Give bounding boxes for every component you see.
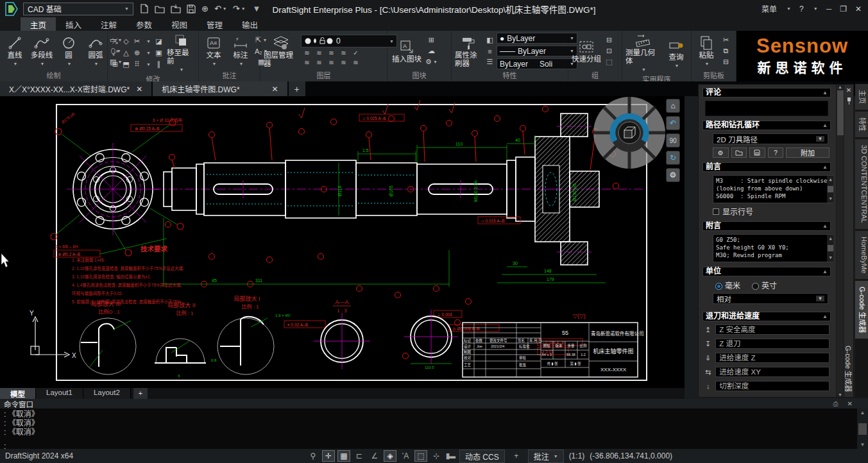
layer-off-button[interactable]: ≋ [304, 49, 309, 56]
scroll-up-icon[interactable]: ▲ [829, 176, 831, 183]
postamble-scrollbar[interactable]: ▲▼ [827, 235, 833, 262]
redo-button[interactable]: ↷▼ [233, 4, 246, 13]
help-button[interactable]: ? [799, 4, 804, 13]
open-file-button[interactable] [155, 4, 165, 13]
maximize-button[interactable]: ❐ [840, 4, 847, 13]
scroll-up-icon[interactable]: ▲ [838, 85, 842, 89]
print-preview-toggle[interactable]: ▮ [441, 450, 454, 462]
color-select[interactable]: ●ByLayer▼ [497, 33, 577, 44]
add-workspace-icon[interactable]: + [510, 450, 523, 462]
etrack-toggle[interactable]: 'A [399, 450, 412, 462]
drawing-canvas[interactable]: Ø178 js6 6 × Ø 33 孔均布 ⊕ Ø0.15 A–B 6 × M6… [0, 96, 685, 388]
comments-section-header[interactable]: 评论▲ [702, 88, 831, 97]
path-section-header[interactable]: 路径和钻孔循环▲ [702, 121, 831, 130]
selection-filter-toggle[interactable]: ⚲ [307, 450, 319, 462]
collapse-icon[interactable]: ▲ [822, 222, 828, 230]
scroll-thumb[interactable] [837, 90, 844, 135]
scale-button[interactable]: ⤢ [112, 49, 118, 57]
property-painter-button[interactable]: 属性涂刷器 [454, 35, 483, 68]
preamble-textarea[interactable]: M3 : Start spindle clockwise (looking fr… [713, 175, 833, 203]
erase-button[interactable]: ◪ [155, 37, 162, 46]
command-copy-icon[interactable]: ⎙ [833, 400, 838, 408]
ccs-toggle[interactable]: ⊹ [430, 450, 443, 462]
orbit-button[interactable]: ↻ [666, 151, 680, 165]
scroll-thumb[interactable] [828, 186, 833, 192]
copy-button[interactable]: ◇ [123, 37, 128, 46]
rotate-button[interactable]: ⊕ [134, 49, 140, 57]
feed-rate-z-input[interactable]: 进给速度 Z [715, 353, 830, 363]
save-as-button[interactable] [171, 4, 181, 13]
z-safe-height-input[interactable]: Z 安全高度 [715, 324, 830, 335]
publish-button[interactable]: ⊕ [201, 4, 208, 13]
lineweight-icon[interactable]: ☰ [484, 57, 495, 67]
collapse-icon[interactable]: ▲ [822, 88, 828, 97]
scroll-up-icon[interactable]: ▲ [860, 410, 865, 416]
grid-toggle[interactable]: ▦ [337, 450, 350, 462]
cloud-block-button[interactable]: ☁ [425, 46, 438, 56]
undo-view-button[interactable]: ↶ [666, 116, 680, 130]
ungroup-button[interactable]: ⊟ [604, 35, 615, 46]
copy-with-base-button[interactable]: ⊟ [720, 57, 731, 67]
postamble-textarea[interactable]: G0 Z50; Safe height G0 X0 Y0; M30; Rewin… [713, 234, 833, 262]
layer-lock-button[interactable]: ≋ [341, 49, 346, 56]
path-open-button[interactable] [731, 147, 747, 158]
scroll-down-icon[interactable]: ▼ [829, 195, 831, 203]
units-section-header[interactable]: 单位▲ [702, 267, 831, 276]
sheet-tab-layout2[interactable]: Layout2 [83, 388, 131, 399]
linetype-select[interactable]: ——ByLayer▼ [497, 46, 577, 56]
pattern-button[interactable]: ⠿ [134, 60, 139, 69]
linestyle-select[interactable]: ByLayerSoli▼ [497, 58, 577, 69]
z-retract-input[interactable]: Z 退刀 [715, 339, 830, 349]
color-swatch-icon[interactable]: ◧ [484, 35, 495, 46]
postamble-section-header[interactable]: 附言▲ [702, 221, 831, 231]
path-help-button[interactable]: ? [768, 147, 784, 158]
layer-manager-button[interactable]: 图层管理器 [262, 35, 300, 68]
layer-match-button[interactable]: ≋ [353, 59, 358, 66]
units-mode-select[interactable]: 相对▼ [713, 293, 828, 304]
move-button[interactable]: ⤯ [112, 37, 118, 46]
toolpath-select[interactable]: 2D 刀具路径▼ [713, 133, 828, 144]
tab-view[interactable]: 视图 [162, 17, 197, 31]
scroll-down-icon[interactable]: ▼ [829, 254, 831, 262]
linetype-icon[interactable]: ≡ [484, 46, 495, 56]
close-icon[interactable]: ✕ [272, 85, 278, 94]
tab-insert[interactable]: 插入 [56, 17, 91, 31]
explode-button[interactable]: ⊞ [112, 60, 118, 69]
tab-output[interactable]: 输出 [232, 17, 268, 31]
snap-toggle[interactable]: ✛ [322, 450, 335, 462]
dock-tab-home[interactable]: 主页 [855, 84, 868, 110]
layer-unlock-button[interactable]: ≋ [341, 59, 346, 66]
customize-qat-button[interactable]: ▼ [253, 4, 261, 13]
mirror-button[interactable]: △ [123, 49, 128, 57]
dynamic-ccs-button[interactable]: 动态 CCS [459, 450, 505, 463]
command-window[interactable]: 命令窗口 ⎙ ✕ : 《取消》 : 《取消》 : 《取消》 : ▲ ▼ [0, 399, 868, 449]
dimension-button[interactable]: ⚡ 标注▼ [228, 35, 253, 68]
scroll-down-icon[interactable]: ▼ [838, 392, 842, 397]
trim-button[interactable]: ✂ [134, 37, 140, 46]
layer-freeze-button[interactable]: ≋ [328, 49, 334, 56]
layer-on-check-icon[interactable]: ✓ [353, 49, 358, 56]
define-block-button[interactable]: ⊞ [425, 35, 438, 46]
tab-manage[interactable]: 管理 [197, 17, 232, 31]
rotate-90-button[interactable]: 90 [666, 133, 680, 147]
minimize-button[interactable]: ─ [826, 4, 832, 13]
new-document-tab-button[interactable]: + [289, 81, 305, 96]
preamble-section-header[interactable]: 前言▲ [702, 162, 831, 172]
document-tab-2[interactable]: 机床主轴零件图.DWG* ✕ [153, 81, 287, 96]
layer-thaw-button[interactable]: ≋ [316, 59, 321, 66]
copy-clip-button[interactable]: ⧉ [720, 46, 731, 56]
dock-tab-3dcontentcentral[interactable]: 3D CONTENTCENTRAL [855, 139, 868, 229]
polyline-button[interactable]: 多段线▼ [29, 35, 55, 68]
bring-to-front-button[interactable]: 移至最前▼ [166, 32, 196, 74]
layer-select[interactable]: 0 ▼ [301, 35, 397, 47]
collapse-icon[interactable]: ▲ [822, 163, 828, 171]
scroll-down-icon[interactable]: ▼ [860, 442, 865, 448]
unit-inch-radio[interactable]: 英寸 [752, 280, 777, 290]
sheet-tab-model[interactable]: 模型 [0, 388, 36, 399]
feeds-section-header[interactable]: 退刀和进给速度▲ [702, 312, 831, 321]
quick-group-button[interactable]: 快速分组 [570, 38, 602, 63]
text-button[interactable]: A≡ 文本▼ [201, 35, 226, 68]
tab-home[interactable]: 主页 [21, 17, 56, 31]
scroll-up-icon[interactable]: ▲ [829, 235, 831, 242]
home-view-button[interactable]: ⌂ [666, 99, 680, 113]
